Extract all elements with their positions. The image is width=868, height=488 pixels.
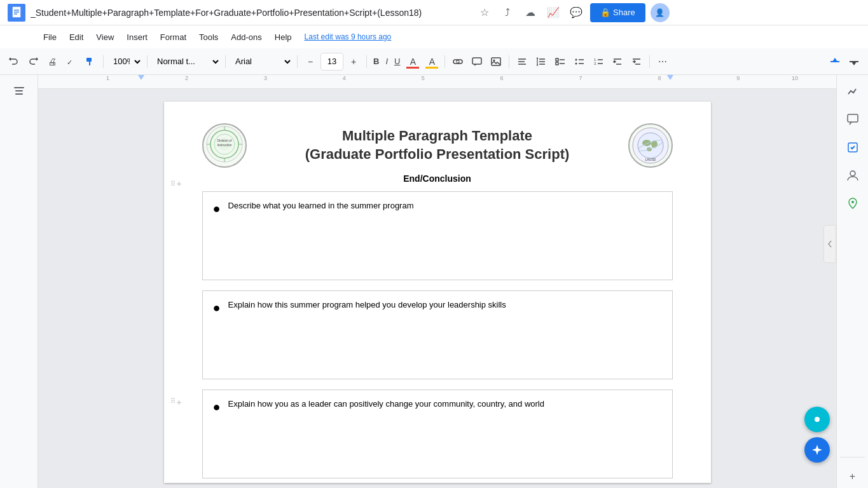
- comment-toolbar-button[interactable]: [468, 53, 486, 71]
- fab-area: [804, 407, 830, 463]
- bullet-text-2: Explain how this summer program helped y…: [228, 299, 506, 312]
- bullet-dot-2: ●: [213, 299, 221, 316]
- separator-4: [297, 55, 298, 68]
- numbered-list-button[interactable]: 1.2.: [589, 53, 607, 71]
- separator-7: [509, 55, 509, 68]
- heading-drag-row: ⠿ +: [170, 179, 182, 189]
- contacts-icon[interactable]: [841, 164, 864, 187]
- bullet-list-button[interactable]: [570, 53, 588, 71]
- underline-button[interactable]: U: [392, 53, 403, 71]
- user-avatar[interactable]: 👤: [651, 3, 670, 22]
- svg-text:LAUSD: LAUSD: [645, 158, 656, 161]
- section-wrapper-box3: ⠿ + ● Explain how you as a leader can po…: [202, 390, 673, 478]
- link-button[interactable]: [449, 53, 467, 71]
- separator-8: [649, 55, 650, 68]
- paint-format-button[interactable]: [81, 53, 99, 71]
- comment-icon[interactable]: 💬: [567, 4, 585, 22]
- highlight-color-indicator: [425, 67, 438, 69]
- share-button[interactable]: 🔒 Share: [590, 3, 645, 22]
- menu-edit[interactable]: Edit: [64, 30, 88, 44]
- menu-insert[interactable]: Insert: [121, 30, 153, 44]
- toolbar-right-button1[interactable]: [826, 53, 844, 71]
- section-heading: End/Conclusion: [202, 173, 673, 184]
- checklist-button[interactable]: [551, 53, 569, 71]
- svg-point-58: [815, 417, 820, 422]
- align-button[interactable]: [513, 53, 531, 71]
- font-select[interactable]: Arial: [230, 53, 293, 71]
- menu-view[interactable]: View: [91, 30, 119, 44]
- heading-drag-handle[interactable]: ⠿: [170, 180, 176, 188]
- italic-button[interactable]: I: [383, 53, 390, 71]
- content-box-2: ● Explain how this summer program helped…: [202, 290, 673, 379]
- left-panel: [0, 75, 38, 488]
- svg-marker-59: [812, 445, 822, 455]
- bullet-item-1: ● Describe what you learned in the summe…: [213, 200, 662, 217]
- bullet-dot-1: ●: [213, 200, 221, 217]
- more-toolbar-button[interactable]: ⋯: [654, 53, 672, 71]
- line-spacing-button[interactable]: [532, 53, 550, 71]
- redo-button[interactable]: [24, 53, 42, 71]
- spelling-button[interactable]: ✓: [62, 53, 80, 71]
- svg-rect-7: [472, 58, 481, 64]
- paragraph-style-select[interactable]: Normal t...: [151, 53, 221, 71]
- text-color-button[interactable]: A: [404, 53, 422, 71]
- menu-bar: File Edit View Insert Format Tools Add-o…: [0, 25, 868, 48]
- bullet-text-1: Describe what you learned in the summer …: [228, 200, 414, 213]
- ai-assist-button[interactable]: [804, 437, 830, 463]
- separator-2: [147, 55, 148, 68]
- heading-add-button[interactable]: +: [177, 179, 182, 189]
- indent-decrease-button[interactable]: [609, 53, 626, 71]
- box3-drag-handle[interactable]: ⠿: [170, 397, 176, 407]
- right-logo: LAUSD: [628, 123, 673, 168]
- menu-addons[interactable]: Add-ons: [226, 30, 266, 44]
- font-size-input[interactable]: [320, 53, 343, 71]
- right-indent-marker[interactable]: [667, 75, 673, 80]
- outline-icon[interactable]: [8, 80, 31, 103]
- bullet-item-2: ● Explain how this summer program helped…: [213, 299, 662, 316]
- maps-icon[interactable]: [841, 192, 864, 215]
- svg-rect-34: [14, 87, 24, 88]
- last-edit-label[interactable]: Last edit was 9 hours ago: [305, 32, 392, 41]
- menu-help[interactable]: Help: [270, 30, 297, 44]
- title-actions: ☆ ⤴ ☁ 📈 💬 🔒 Share 👤: [476, 3, 670, 22]
- separator-5: [366, 55, 367, 68]
- zoom-select[interactable]: 100%: [107, 53, 143, 71]
- bold-button[interactable]: B: [371, 53, 382, 71]
- highlight-button[interactable]: A: [423, 53, 441, 71]
- chat-fab-button[interactable]: [804, 407, 830, 432]
- indent-increase-button[interactable]: [628, 53, 645, 71]
- font-size-increase-button[interactable]: +: [345, 53, 362, 71]
- svg-text:Instruction: Instruction: [217, 143, 231, 147]
- ruler-marks: 1 2 3 4 5 6 7 8 9 10: [43, 75, 831, 88]
- tasks-icon[interactable]: [841, 136, 864, 159]
- toolbar-right-button2[interactable]: [845, 53, 863, 71]
- chat-panel-icon[interactable]: [841, 108, 864, 131]
- font-size-decrease-button[interactable]: −: [301, 53, 319, 71]
- expand-panel-button[interactable]: [823, 225, 836, 263]
- menu-file[interactable]: File: [38, 30, 62, 44]
- more-options-icon[interactable]: ☁: [521, 4, 539, 22]
- svg-point-52: [638, 133, 663, 158]
- svg-rect-35: [15, 90, 23, 92]
- add-panel-icon[interactable]: +: [841, 465, 864, 488]
- svg-point-39: [850, 171, 855, 176]
- star-icon[interactable]: ☆: [476, 4, 493, 22]
- content-area[interactable]: Division of Instruction Multiple Paragra…: [38, 89, 836, 488]
- analytics-icon[interactable]: 📈: [544, 4, 562, 22]
- menu-tools[interactable]: Tools: [194, 30, 223, 44]
- undo-button[interactable]: [5, 53, 23, 71]
- content-box-1: ● Describe what you learned in the summe…: [202, 191, 673, 280]
- bullet-text-3: Explain how you as a leader can positive…: [228, 398, 544, 411]
- print-button[interactable]: 🖨: [43, 53, 61, 71]
- left-logo: Division of Instruction: [202, 123, 247, 168]
- menu-format[interactable]: Format: [155, 30, 191, 44]
- explore-icon[interactable]: [841, 80, 864, 103]
- box3-add-button[interactable]: +: [177, 397, 182, 407]
- svg-rect-36: [15, 93, 23, 95]
- move-to-icon[interactable]: ⤴: [499, 4, 516, 22]
- doc-subtitle: (Graduate Portfolio Presentation Script): [253, 146, 622, 164]
- doc-title-section: Multiple Paragraph Template (Graduate Po…: [202, 127, 673, 163]
- separator-1: [103, 55, 104, 68]
- left-indent-marker[interactable]: [138, 75, 144, 80]
- image-toolbar-button[interactable]: [487, 53, 505, 71]
